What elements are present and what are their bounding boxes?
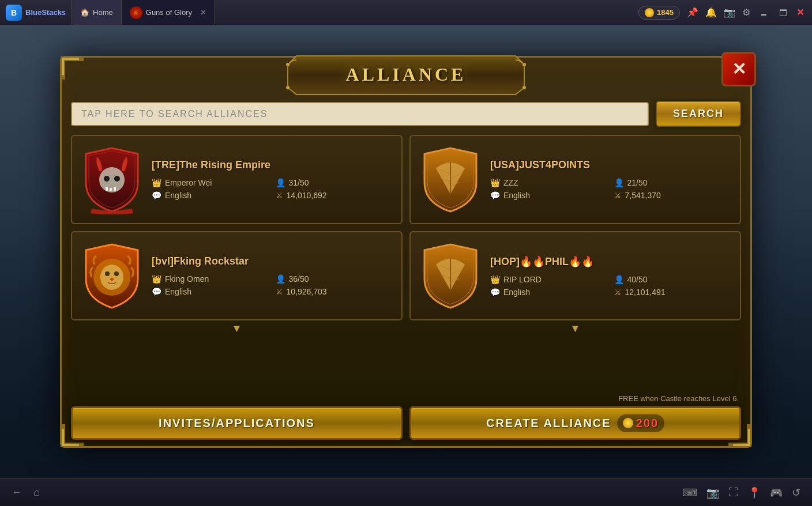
notification-icon[interactable]: 🔔 xyxy=(705,7,717,18)
power-row-3: ⚔ 10,926,703 xyxy=(276,287,394,296)
members-row-4: 👤 40/50 xyxy=(614,275,732,284)
topbar: B BlueStacks 🏠 Home ⚔ Guns of Glory ✕ 18… xyxy=(0,0,812,25)
members-icon-4: 👤 xyxy=(614,275,624,284)
page-title: ALLIANCE xyxy=(346,64,467,85)
alliance-stats-1: 👑 Emperor Wei 👤 31/50 💬 English xyxy=(152,178,393,200)
gamepad-icon[interactable]: 🎮 xyxy=(770,486,783,499)
language-icon-3: 💬 xyxy=(152,287,161,296)
alliance-stats-4: 👑 RIP LORD 👤 40/50 💬 English xyxy=(490,275,732,297)
window-close-btn[interactable]: ✕ xyxy=(796,7,804,18)
members-icon-2: 👤 xyxy=(614,178,624,187)
coin-icon xyxy=(645,8,654,17)
alliance-badge-4 xyxy=(419,244,482,308)
leader-value-3: Fking Omen xyxy=(165,274,209,284)
home-icon: 🏠 xyxy=(80,8,89,17)
settings-icon[interactable]: ⚙ xyxy=(742,7,750,18)
svg-point-1 xyxy=(522,63,526,66)
alliance-badge-1 xyxy=(80,148,144,212)
svg-point-15 xyxy=(114,271,119,276)
leader-value-1: Emperor Wei xyxy=(165,178,212,187)
members-row-2: 👤 21/50 xyxy=(614,178,732,187)
camera-bottom-icon[interactable]: 📷 xyxy=(706,486,719,499)
power-value-4: 12,101,491 xyxy=(625,288,666,297)
svg-point-3 xyxy=(522,86,526,89)
alliance-stats-3: 👑 Fking Omen 👤 36/50 💬 English xyxy=(152,274,393,296)
svg-rect-9 xyxy=(110,188,112,191)
leader-icon-4: 👑 xyxy=(490,275,500,284)
power-value-1: 14,010,692 xyxy=(287,191,327,200)
game-tab-icon: ⚔ xyxy=(130,6,142,19)
leader-value-4: RIP LORD xyxy=(503,275,542,284)
alliance-info-2: [USA]JUST4POINTS 👑 ZZZ 👤 21/50 xyxy=(490,159,732,200)
members-value-2: 21/50 xyxy=(627,178,648,187)
game-background: ALLIANCE ✕ TAP HERE TO SEARCH ALLIANCES … xyxy=(0,25,812,478)
close-button[interactable]: ✕ xyxy=(721,52,756,86)
alliance-card-1[interactable]: [TRE]The Rising Empire 👑 Emperor Wei 👤 3… xyxy=(71,135,403,224)
language-value-1: English xyxy=(165,191,191,200)
language-row-1: 💬 English xyxy=(152,191,270,200)
alliance-card-4[interactable]: [HOP]🔥🔥PHIL🔥🔥 👑 RIP LORD 👤 40/50 xyxy=(409,231,741,320)
alliance-list: [TRE]The Rising Empire 👑 Emperor Wei 👤 3… xyxy=(71,135,741,335)
power-icon-3: ⚔ xyxy=(276,287,283,296)
minimize-btn[interactable]: 🗕 xyxy=(757,7,770,18)
fullscreen-icon[interactable]: ⛶ xyxy=(728,486,739,499)
pin-icon[interactable]: 📌 xyxy=(687,7,698,18)
coins-value: 1845 xyxy=(657,8,674,17)
home-tab[interactable]: 🏠 Home xyxy=(72,0,122,25)
maximize-btn[interactable]: 🗖 xyxy=(777,7,790,18)
language-row-2: 💬 English xyxy=(490,191,608,200)
svg-rect-8 xyxy=(106,187,108,191)
bluestacks-icon: B xyxy=(6,5,22,21)
leader-row-1: 👑 Emperor Wei xyxy=(152,178,270,187)
alliance-stats-2: 👑 ZZZ 👤 21/50 💬 English xyxy=(490,178,732,200)
home-bottom-icon[interactable]: ⌂ xyxy=(33,486,40,499)
bottom-buttons: INVITES/APPLICATIONS CREATE ALLIANCE 200 xyxy=(71,406,741,440)
svg-point-13 xyxy=(100,265,123,290)
topbar-right: 1845 📌 🔔 📷 ⚙ 🗕 🗖 ✕ xyxy=(638,6,812,20)
leader-row-2: 👑 ZZZ xyxy=(490,178,608,187)
modal-bottom: FREE when Castle reaches Level 6. INVITE… xyxy=(71,394,741,446)
search-button[interactable]: SEARCH xyxy=(656,101,741,127)
tab-close-icon[interactable]: ✕ xyxy=(200,8,206,17)
alliance-card-3[interactable]: [bvl]Fking Rockstar 👑 Fking Omen 👤 36/50 xyxy=(71,231,403,320)
create-alliance-button[interactable]: CREATE ALLIANCE 200 xyxy=(409,406,741,440)
power-value-2: 7,541,370 xyxy=(625,191,661,200)
svg-point-2 xyxy=(286,86,290,89)
language-icon-1: 💬 xyxy=(152,191,161,200)
location-icon[interactable]: 📍 xyxy=(748,486,761,499)
invites-button[interactable]: INVITES/APPLICATIONS xyxy=(71,406,403,440)
cost-value: 200 xyxy=(636,417,659,430)
svg-point-0 xyxy=(286,63,290,66)
language-row-4: 💬 English xyxy=(490,288,608,297)
cards-grid: [TRE]The Rising Empire 👑 Emperor Wei 👤 3… xyxy=(71,135,741,320)
camera-icon[interactable]: 📷 xyxy=(724,7,735,18)
alliance-badge-3 xyxy=(80,244,144,308)
members-row-3: 👤 36/50 xyxy=(276,274,394,284)
alliance-card-2[interactable]: [USA]JUST4POINTS 👑 ZZZ 👤 21/50 xyxy=(409,135,741,224)
bottombar-right: ⌨ 📷 ⛶ 📍 🎮 ↺ xyxy=(682,486,800,499)
alliance-modal: ALLIANCE ✕ TAP HERE TO SEARCH ALLIANCES … xyxy=(60,56,752,448)
power-row-4: ⚔ 12,101,491 xyxy=(614,288,732,297)
castle-notice: FREE when Castle reaches Level 6. xyxy=(71,394,741,403)
power-icon-1: ⚔ xyxy=(276,191,283,200)
invites-label: INVITES/APPLICATIONS xyxy=(159,417,315,430)
badge-icon-feather-1 xyxy=(419,145,482,214)
rotate-icon[interactable]: ↺ xyxy=(792,486,800,499)
search-input[interactable]: TAP HERE TO SEARCH ALLIANCES xyxy=(71,102,649,126)
language-value-2: English xyxy=(503,191,530,200)
members-value-4: 40/50 xyxy=(627,275,648,284)
svg-point-7 xyxy=(114,176,120,182)
alliance-info-4: [HOP]🔥🔥PHIL🔥🔥 👑 RIP LORD 👤 40/50 xyxy=(490,255,732,297)
title-banner: ALLIANCE xyxy=(285,53,527,96)
language-value-4: English xyxy=(503,288,530,297)
topbar-brand: BlueStacks xyxy=(25,8,66,17)
power-icon-2: ⚔ xyxy=(614,191,622,200)
leader-icon-3: 👑 xyxy=(152,274,161,284)
scroll-hints: ▼ ▼ xyxy=(71,323,741,335)
language-icon-2: 💬 xyxy=(490,191,500,200)
keyboard-icon[interactable]: ⌨ xyxy=(682,486,697,499)
alliance-name-2: [USA]JUST4POINTS xyxy=(490,159,732,171)
game-tab[interactable]: ⚔ Guns of Glory ✕ xyxy=(122,0,215,25)
back-icon[interactable]: ← xyxy=(12,486,22,499)
close-icon: ✕ xyxy=(732,61,746,78)
